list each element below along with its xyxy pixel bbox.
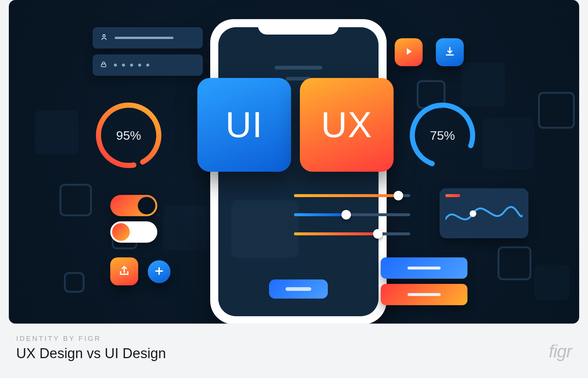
card-accent [445,194,460,197]
toggle-on[interactable] [110,195,157,216]
user-icon [100,33,108,43]
slider-3[interactable] [294,232,410,235]
slider-1[interactable] [294,194,410,197]
deco-square [534,265,570,300]
pill-button-primary[interactable] [381,257,467,279]
placeholder-bar [275,66,322,69]
add-button[interactable] [148,260,171,283]
progress-ring-right: 75% [406,99,479,172]
password-field[interactable] [93,54,203,76]
primary-button[interactable] [269,279,328,299]
content-placeholder [231,200,298,258]
progress-left-label: 95% [116,128,141,143]
deco-square [64,272,85,293]
progress-right-label: 75% [430,128,455,143]
placeholder-line [115,37,173,39]
article-kicker: IDENTITY BY FIGR [16,335,166,343]
play-icon [403,46,414,58]
share-icon [118,264,130,278]
password-dots [114,64,149,67]
lock-icon [100,61,107,69]
article-footer: IDENTITY BY FIGR UX Design vs UI Design … [0,324,588,361]
deco-square [538,92,575,129]
plus-icon [154,265,165,278]
phone-notch [258,19,339,35]
article-title: UX Design vs UI Design [16,346,166,361]
deco-square [483,118,534,169]
ui-card: UI [197,78,291,172]
deco-square [35,110,79,154]
download-button[interactable] [436,38,464,66]
phone-screen [218,27,379,316]
pill-button-secondary[interactable] [381,284,467,305]
deco-square [60,184,92,216]
waveform-card [440,188,528,238]
svg-point-0 [103,35,105,37]
slider-2[interactable] [294,213,410,216]
progress-ring-left: 95% [92,99,165,172]
brand-logo: figr [549,341,572,361]
ui-card-label: UI [226,104,263,146]
hero-illustration: UI UX [9,0,579,324]
download-icon [444,46,456,59]
deco-square [498,246,531,280]
wave-icon [445,201,523,230]
slider-group [294,194,410,235]
toggle-off[interactable] [110,221,157,243]
share-button[interactable] [110,257,138,285]
username-field[interactable] [93,27,203,49]
svg-point-5 [470,210,476,217]
play-button[interactable] [395,38,423,66]
ux-card: UX [300,78,394,172]
ux-card-label: UX [321,104,372,146]
deco-square [163,206,207,250]
svg-rect-1 [101,64,106,67]
